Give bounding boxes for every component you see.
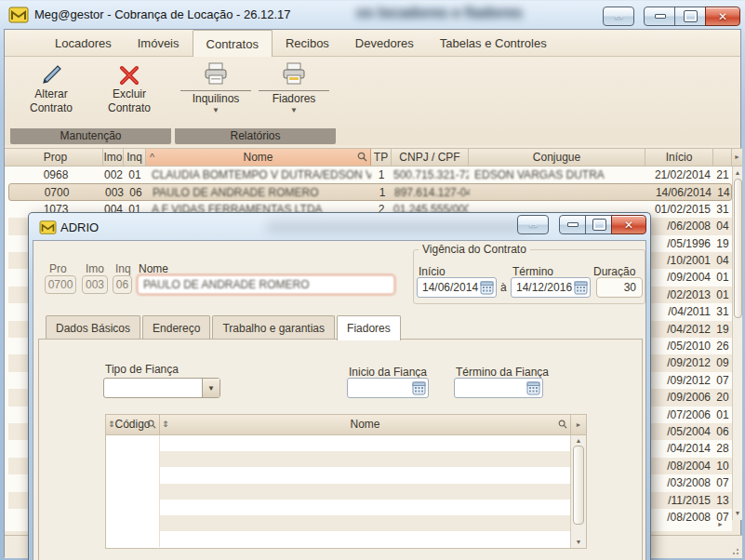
search-icon[interactable] [147, 420, 156, 429]
column-header-inq[interactable]: Inq [124, 149, 146, 166]
scrollbar-thumb[interactable] [573, 446, 584, 525]
cell-dia: 07 [713, 372, 732, 389]
ribbon-tab-recibos[interactable]: Recibos [273, 30, 342, 56]
ribbon-tab-imoveis[interactable]: Imóveis [125, 30, 193, 56]
column-header-prop[interactable]: Prop [8, 149, 103, 166]
pro-label: Pro [49, 262, 67, 275]
cell-dia: 31 [713, 303, 732, 320]
empty-grid-row [159, 467, 586, 483]
cell-inq: 01 [124, 167, 146, 183]
cell-inicio: /04/2011 [645, 303, 713, 320]
ribbon-tab-devedores[interactable]: Devedores [342, 30, 427, 56]
inicio-date-field[interactable]: 14/06/2014 [417, 277, 497, 298]
resize-grip-icon[interactable] [730, 546, 739, 555]
column-header-inicio[interactable]: Início [645, 149, 713, 166]
excluir-contrato-button[interactable]: Excluir Contrato [90, 60, 168, 115]
imo-field[interactable]: 003 [82, 275, 108, 294]
scroll-up-icon[interactable]: ▲ [571, 436, 586, 446]
column-header-label: Nome [243, 151, 273, 164]
scroll-down-icon[interactable]: ▼ [733, 509, 742, 518]
cell-dia: 01 [713, 269, 732, 286]
cell-dia: 31 [713, 201, 732, 218]
inicio-label: Início [419, 265, 446, 278]
cell-dia: 01 [713, 407, 732, 423]
chevron-down-icon[interactable]: ▼ [255, 106, 333, 114]
vertical-scrollbar[interactable]: ▲ ▼ [732, 167, 742, 520]
cell-dia: 19 [713, 235, 732, 252]
main-titlebar[interactable]: Meg@gestor - Cobrança de Locação - 26.12… [0, 1, 745, 29]
scrollbar-thumb[interactable] [734, 179, 742, 318]
megagestor-logo-icon [8, 6, 29, 24]
vertical-scrollbar[interactable]: ▲ ▼ [570, 435, 586, 548]
column-header-codigo[interactable]: ⇕ Código [106, 415, 160, 434]
scroll-right-icon[interactable]: ► [717, 521, 724, 527]
inquilinos-report-button[interactable]: Inquilinos ▼ [177, 60, 255, 114]
ribbon-tab-tabelas-e-controles[interactable]: Tabelas e Controles [427, 30, 560, 56]
cell-inicio: 14/06/2014 [646, 184, 714, 201]
column-header-cnpj[interactable]: CNPJ / CPF [392, 149, 469, 166]
vigencia-caption: Vigência do Contrato [419, 243, 530, 256]
dialog-minimize-button[interactable] [559, 215, 587, 234]
dialog-maximize-button[interactable] [585, 215, 613, 234]
calendar-icon[interactable] [574, 280, 588, 295]
termino-date-field[interactable]: 14/12/2016 [511, 277, 591, 298]
scroll-up-icon[interactable]: ▲ [733, 168, 742, 178]
ribbon-tab-bar: LocadoresImóveisContratosRecibosDevedore… [5, 30, 740, 57]
column-header-partial[interactable] [713, 149, 732, 166]
inq-field[interactable]: 06 [113, 275, 132, 294]
column-header-conjugue[interactable]: Conjugue [469, 149, 645, 166]
column-header-nome[interactable]: ^ Nome [146, 149, 371, 166]
resize-icon: ⇔ [613, 9, 625, 23]
calendar-icon[interactable] [480, 280, 494, 295]
cell-inicio: /09/2012 [645, 372, 713, 389]
table-row[interactable]: 096800201CLAUDIA BOMTEMPO V DUTRA/EDSON … [8, 167, 732, 183]
header-scroll-arrow-icon[interactable]: ► [732, 149, 742, 166]
alterar-contrato-button[interactable]: Alterar Contrato [12, 60, 90, 115]
chevron-down-icon[interactable]: ▼ [202, 379, 220, 397]
pro-field[interactable]: 0700 [45, 275, 76, 294]
cell-dia: 04 [713, 252, 732, 269]
empty-grid-row [159, 484, 586, 500]
window-close-button[interactable]: ✕ [705, 7, 740, 26]
window-resize-button[interactable]: ⇔ [603, 7, 634, 26]
dialog-close-button[interactable]: ✕ [611, 215, 646, 234]
desktop: { "colors":{"selected_header":"#f2c9ab",… [0, 0, 745, 560]
nome-field[interactable]: PAULO DE ANDRADE ROMERO [137, 274, 395, 295]
search-icon[interactable] [357, 152, 367, 162]
dialog-tab-fiadores[interactable]: Fiadores [337, 315, 401, 340]
scroll-down-icon[interactable]: ▼ [571, 538, 586, 547]
fiadores-grid-body [106, 435, 586, 548]
dialog-tab-endereco[interactable]: Endereço [142, 315, 210, 340]
calendar-icon[interactable] [412, 380, 426, 395]
calendar-icon[interactable] [526, 380, 540, 395]
cell-inicio: /05/2010 [645, 338, 713, 354]
dialog-tab-trabalho-e-garantias[interactable]: Trabalho e garantias [212, 315, 335, 340]
header-scroll-arrow-icon[interactable]: ► [571, 415, 586, 434]
cell-nome: CLAUDIA BOMTEMPO V DUTRA/EDSON V DUTRA [146, 167, 371, 183]
ribbon-tab-locadores[interactable]: Locadores [42, 30, 125, 56]
button-label: Alterar Contrato [12, 87, 90, 115]
ribbon-tab-contratos[interactable]: Contratos [193, 30, 273, 57]
column-header-tp[interactable]: TP [371, 149, 392, 166]
fiadores-grid-header: ⇕ Código ⇕ Nome ► [106, 415, 586, 435]
column-header-imo[interactable]: Imo [103, 149, 124, 166]
cell-tp: 1 [372, 184, 392, 201]
dialog-resize-button[interactable]: ⇔ [517, 215, 549, 234]
fiadores-report-button[interactable]: Fiadores ▼ [255, 60, 333, 114]
tipo-fianca-label: Tipo de Fiança [105, 363, 179, 376]
cell-dia: 04 [713, 218, 732, 234]
tipo-fianca-combobox[interactable]: ▼ [103, 378, 220, 398]
search-icon[interactable] [558, 420, 567, 429]
dialog-tab-dados-basicos[interactable]: Dados Básicos [46, 315, 140, 340]
column-header-nome[interactable]: ⇕ Nome [160, 415, 571, 434]
cell-inicio: /09/2012 [645, 354, 713, 371]
chevron-down-icon[interactable]: ▼ [177, 106, 255, 114]
cell-dia: 20 [713, 389, 732, 406]
table-row[interactable]: 070000306PAULO DE ANDRADE ROMERO1897.614… [8, 183, 732, 200]
termino-fianca-date-field[interactable] [454, 378, 543, 398]
duracao-field[interactable]: 30 [596, 277, 643, 298]
window-minimize-button[interactable] [644, 7, 676, 26]
duracao-label: Duração [593, 265, 635, 278]
inicio-fianca-date-field[interactable] [347, 378, 429, 398]
window-maximize-button[interactable] [674, 7, 707, 26]
